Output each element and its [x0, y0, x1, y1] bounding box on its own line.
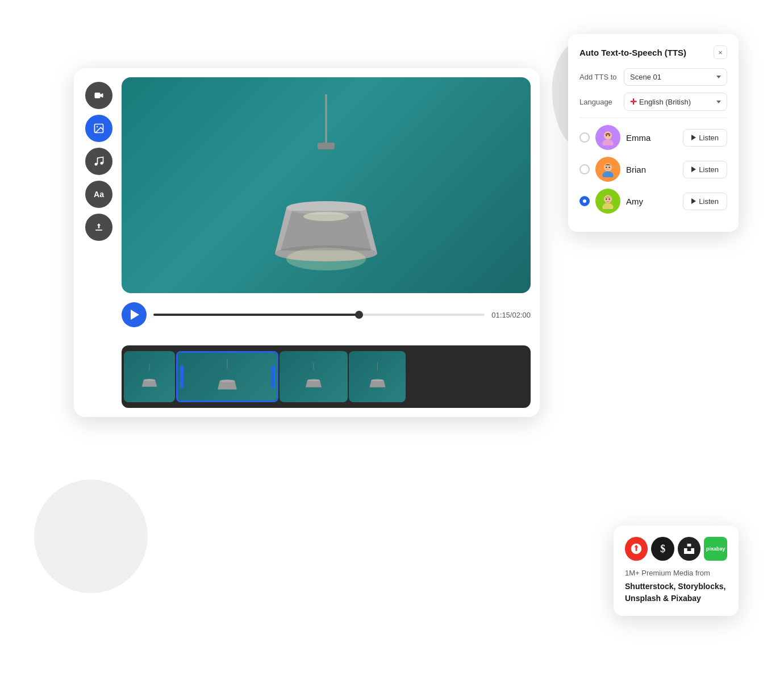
clip-lamp-icon-1 — [135, 362, 164, 391]
video-area: 01:15/02:00 — [122, 77, 531, 408]
clip-handle-right[interactable] — [271, 365, 274, 388]
toolbar-text-button[interactable]: Aa — [85, 181, 112, 208]
time-display: 01:15/02:00 — [491, 311, 531, 319]
play-icon — [691, 166, 696, 172]
tts-divider — [579, 118, 727, 118]
svg-point-32 — [371, 379, 383, 381]
svg-point-23 — [286, 248, 366, 270]
voice-row-amy: Amy Listen — [579, 189, 727, 214]
tts-close-button[interactable]: × — [714, 45, 727, 59]
editor-container: Aa — [74, 68, 540, 417]
toolbar-upload-button[interactable] — [85, 214, 112, 241]
chevron-down-icon — [716, 76, 721, 78]
tts-title: Auto Text-to-Speech (TTS) — [579, 48, 686, 57]
video-preview — [122, 77, 531, 293]
tts-language-select[interactable]: ✛ English (British) — [624, 93, 727, 111]
progress-handle[interactable] — [355, 311, 363, 319]
svg-point-1 — [602, 140, 613, 146]
tts-header: Auto Text-to-Speech (TTS) × — [579, 45, 727, 59]
timeline-clip-4[interactable] — [349, 351, 406, 402]
brian-avatar-svg — [600, 161, 616, 177]
pixabay-logo: pixabay — [704, 537, 727, 561]
voice-row-brian: Brian Listen — [579, 157, 727, 182]
svg-point-11 — [602, 203, 613, 210]
voice-row-emma: Emma Listen — [579, 125, 727, 150]
listen-label-emma: Listen — [699, 134, 719, 142]
svg-point-8 — [606, 166, 607, 168]
tts-scene-select[interactable]: Scene 01 — [624, 68, 727, 86]
voice-radio-brian[interactable] — [579, 164, 590, 174]
play-pause-button[interactable] — [122, 302, 147, 327]
svg-point-26 — [144, 379, 156, 381]
voice-name-emma: Emma — [626, 133, 677, 143]
chevron-down-icon — [716, 101, 721, 103]
toolbar: Aa — [83, 77, 115, 408]
music-icon — [93, 156, 105, 167]
language-flag: ✛ English (British) — [630, 97, 691, 106]
media-sources-card: $ pixabay 1M+ Premium Media from Shutter… — [614, 525, 739, 616]
svg-point-18 — [101, 162, 103, 165]
video-controls: 01:15/02:00 — [122, 300, 531, 330]
svg-point-17 — [95, 163, 98, 166]
upload-icon — [93, 222, 105, 233]
media-sources-text: Shutterstock, Storyblocks, Unsplash & Pi… — [625, 581, 727, 604]
language-value: English (British) — [639, 98, 691, 106]
unsplash-logo — [678, 537, 700, 561]
avatar-brian — [595, 157, 620, 182]
play-icon — [131, 310, 139, 320]
media-count-text: 1M+ Premium Media from — [625, 569, 727, 577]
clip-lamp-icon-2 — [205, 360, 250, 394]
listen-button-brian[interactable]: Listen — [683, 161, 727, 178]
tts-add-label: Add TTS to — [579, 73, 619, 81]
timeline-clip-2-selected[interactable] — [176, 351, 278, 402]
editor-panel: Aa — [74, 68, 540, 417]
clip-handle-left[interactable] — [180, 365, 184, 388]
play-icon — [691, 135, 696, 140]
clip-lamp-icon-3 — [297, 362, 331, 391]
svg-point-3 — [606, 135, 607, 136]
svg-point-28 — [220, 379, 235, 382]
clip-lamp-icon-4 — [362, 362, 393, 391]
tts-language-label: Language — [579, 98, 619, 106]
voice-radio-amy[interactable] — [579, 196, 590, 206]
emma-avatar-svg — [600, 130, 616, 145]
svg-point-30 — [307, 379, 320, 381]
timeline-clip-3[interactable] — [280, 351, 348, 402]
tts-add-to-field: Add TTS to Scene 01 — [579, 68, 727, 86]
avatar-emma — [595, 125, 620, 150]
voice-radio-emma[interactable] — [579, 132, 590, 143]
toolbar-audio-button[interactable] — [85, 148, 112, 175]
unsplash-icon — [684, 544, 694, 554]
flag-cross-icon: ✛ — [630, 97, 637, 106]
toolbar-image-button[interactable] — [85, 115, 112, 142]
svg-point-24 — [303, 212, 349, 221]
listen-button-amy[interactable]: Listen — [683, 193, 727, 210]
svg-point-4 — [608, 135, 610, 136]
voice-name-amy: Amy — [626, 197, 677, 206]
storyblocks-logo: $ — [651, 537, 674, 561]
media-logos: $ pixabay — [625, 537, 727, 561]
svg-point-9 — [608, 166, 610, 168]
timeline-strip — [122, 345, 531, 408]
shutterstock-logo — [625, 537, 648, 561]
progress-fill — [153, 314, 359, 316]
listen-label-amy: Listen — [699, 197, 719, 206]
svg-point-12 — [605, 195, 611, 202]
svg-point-14 — [608, 198, 610, 200]
tts-language-field: Language ✛ English (British) — [579, 93, 727, 111]
svg-point-6 — [602, 172, 613, 178]
svg-point-16 — [97, 126, 98, 128]
lamp-svg — [230, 94, 423, 276]
svg-point-13 — [606, 198, 607, 200]
timeline-clip-1[interactable] — [124, 351, 175, 402]
play-icon — [691, 198, 696, 204]
listen-label-brian: Listen — [699, 165, 719, 174]
decorative-blob-bottom — [34, 479, 148, 593]
progress-bar[interactable] — [153, 314, 485, 316]
shutterstock-icon — [630, 543, 643, 555]
avatar-amy — [595, 189, 620, 214]
toolbar-video-button[interactable] — [85, 82, 112, 109]
tts-panel: Auto Text-to-Speech (TTS) × Add TTS to S… — [568, 34, 739, 232]
image-icon — [93, 123, 105, 134]
listen-button-emma[interactable]: Listen — [683, 129, 727, 147]
